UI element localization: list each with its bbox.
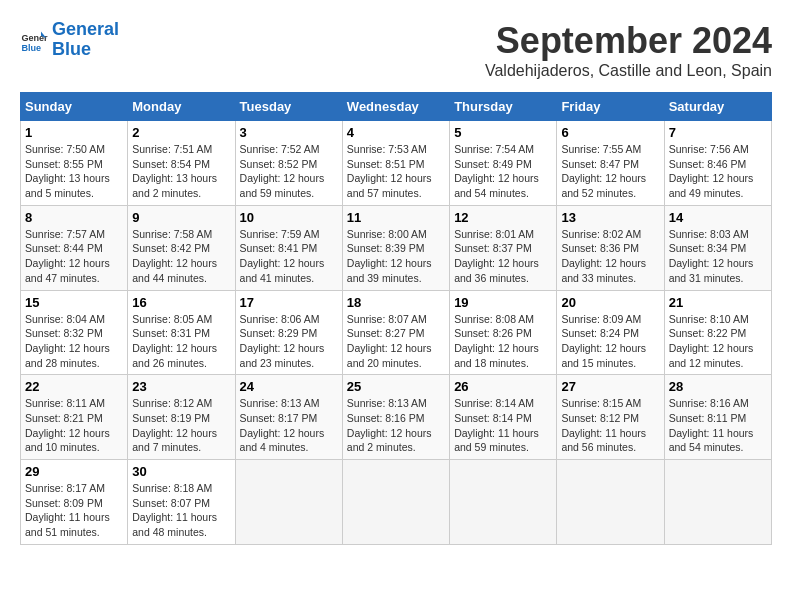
calendar-cell [235,460,342,545]
day-number: 20 [561,295,659,310]
col-tuesday: Tuesday [235,93,342,121]
calendar-cell: 24 Sunrise: 8:13 AMSunset: 8:17 PMDaylig… [235,375,342,460]
day-info: Sunrise: 8:07 AMSunset: 8:27 PMDaylight:… [347,312,445,371]
col-friday: Friday [557,93,664,121]
day-info: Sunrise: 8:15 AMSunset: 8:12 PMDaylight:… [561,396,659,455]
calendar-cell: 6 Sunrise: 7:55 AMSunset: 8:47 PMDayligh… [557,121,664,206]
day-number: 27 [561,379,659,394]
day-number: 9 [132,210,230,225]
logo: General Blue General Blue [20,20,119,60]
day-number: 17 [240,295,338,310]
day-number: 5 [454,125,552,140]
calendar-subtitle: Valdehijaderos, Castille and Leon, Spain [485,62,772,80]
header-row: Sunday Monday Tuesday Wednesday Thursday… [21,93,772,121]
day-number: 6 [561,125,659,140]
calendar-row-1: 1 Sunrise: 7:50 AMSunset: 8:55 PMDayligh… [21,121,772,206]
calendar-cell: 29 Sunrise: 8:17 AMSunset: 8:09 PMDaylig… [21,460,128,545]
calendar-cell: 12 Sunrise: 8:01 AMSunset: 8:37 PMDaylig… [450,205,557,290]
calendar-row-2: 8 Sunrise: 7:57 AMSunset: 8:44 PMDayligh… [21,205,772,290]
calendar-cell: 11 Sunrise: 8:00 AMSunset: 8:39 PMDaylig… [342,205,449,290]
day-number: 21 [669,295,767,310]
day-info: Sunrise: 7:57 AMSunset: 8:44 PMDaylight:… [25,227,123,286]
day-number: 26 [454,379,552,394]
calendar-cell: 8 Sunrise: 7:57 AMSunset: 8:44 PMDayligh… [21,205,128,290]
day-info: Sunrise: 8:01 AMSunset: 8:37 PMDaylight:… [454,227,552,286]
calendar-title: September 2024 [485,20,772,62]
calendar-cell [450,460,557,545]
calendar-cell [664,460,771,545]
col-saturday: Saturday [664,93,771,121]
logo-line1: General [52,19,119,39]
col-sunday: Sunday [21,93,128,121]
calendar-cell: 17 Sunrise: 8:06 AMSunset: 8:29 PMDaylig… [235,290,342,375]
day-info: Sunrise: 8:06 AMSunset: 8:29 PMDaylight:… [240,312,338,371]
day-info: Sunrise: 8:11 AMSunset: 8:21 PMDaylight:… [25,396,123,455]
day-info: Sunrise: 7:52 AMSunset: 8:52 PMDaylight:… [240,142,338,201]
day-number: 3 [240,125,338,140]
day-number: 18 [347,295,445,310]
calendar-table: Sunday Monday Tuesday Wednesday Thursday… [20,92,772,545]
day-info: Sunrise: 8:17 AMSunset: 8:09 PMDaylight:… [25,481,123,540]
day-info: Sunrise: 8:18 AMSunset: 8:07 PMDaylight:… [132,481,230,540]
calendar-cell: 10 Sunrise: 7:59 AMSunset: 8:41 PMDaylig… [235,205,342,290]
col-monday: Monday [128,93,235,121]
logo-icon: General Blue [20,26,48,54]
day-number: 15 [25,295,123,310]
calendar-cell: 15 Sunrise: 8:04 AMSunset: 8:32 PMDaylig… [21,290,128,375]
day-info: Sunrise: 8:12 AMSunset: 8:19 PMDaylight:… [132,396,230,455]
day-info: Sunrise: 8:14 AMSunset: 8:14 PMDaylight:… [454,396,552,455]
calendar-cell: 27 Sunrise: 8:15 AMSunset: 8:12 PMDaylig… [557,375,664,460]
day-number: 30 [132,464,230,479]
day-info: Sunrise: 8:13 AMSunset: 8:17 PMDaylight:… [240,396,338,455]
day-number: 22 [25,379,123,394]
logo-text: General Blue [52,20,119,60]
calendar-cell: 2 Sunrise: 7:51 AMSunset: 8:54 PMDayligh… [128,121,235,206]
day-info: Sunrise: 8:02 AMSunset: 8:36 PMDaylight:… [561,227,659,286]
day-number: 10 [240,210,338,225]
day-info: Sunrise: 8:03 AMSunset: 8:34 PMDaylight:… [669,227,767,286]
day-number: 13 [561,210,659,225]
day-info: Sunrise: 8:16 AMSunset: 8:11 PMDaylight:… [669,396,767,455]
day-number: 24 [240,379,338,394]
calendar-cell: 16 Sunrise: 8:05 AMSunset: 8:31 PMDaylig… [128,290,235,375]
svg-text:Blue: Blue [21,42,41,52]
day-info: Sunrise: 7:53 AMSunset: 8:51 PMDaylight:… [347,142,445,201]
logo-line2: Blue [52,39,91,59]
day-info: Sunrise: 8:08 AMSunset: 8:26 PMDaylight:… [454,312,552,371]
calendar-cell: 13 Sunrise: 8:02 AMSunset: 8:36 PMDaylig… [557,205,664,290]
day-info: Sunrise: 7:51 AMSunset: 8:54 PMDaylight:… [132,142,230,201]
calendar-cell: 25 Sunrise: 8:13 AMSunset: 8:16 PMDaylig… [342,375,449,460]
col-thursday: Thursday [450,93,557,121]
calendar-cell: 20 Sunrise: 8:09 AMSunset: 8:24 PMDaylig… [557,290,664,375]
day-number: 11 [347,210,445,225]
calendar-row-4: 22 Sunrise: 8:11 AMSunset: 8:21 PMDaylig… [21,375,772,460]
calendar-cell: 28 Sunrise: 8:16 AMSunset: 8:11 PMDaylig… [664,375,771,460]
day-info: Sunrise: 8:13 AMSunset: 8:16 PMDaylight:… [347,396,445,455]
calendar-cell: 1 Sunrise: 7:50 AMSunset: 8:55 PMDayligh… [21,121,128,206]
day-number: 25 [347,379,445,394]
col-wednesday: Wednesday [342,93,449,121]
calendar-cell [342,460,449,545]
title-section: September 2024 Valdehijaderos, Castille … [485,20,772,80]
day-number: 23 [132,379,230,394]
day-info: Sunrise: 8:00 AMSunset: 8:39 PMDaylight:… [347,227,445,286]
calendar-row-5: 29 Sunrise: 8:17 AMSunset: 8:09 PMDaylig… [21,460,772,545]
calendar-cell: 4 Sunrise: 7:53 AMSunset: 8:51 PMDayligh… [342,121,449,206]
day-info: Sunrise: 8:10 AMSunset: 8:22 PMDaylight:… [669,312,767,371]
day-number: 19 [454,295,552,310]
day-number: 28 [669,379,767,394]
day-number: 12 [454,210,552,225]
day-number: 2 [132,125,230,140]
calendar-cell: 9 Sunrise: 7:58 AMSunset: 8:42 PMDayligh… [128,205,235,290]
calendar-row-3: 15 Sunrise: 8:04 AMSunset: 8:32 PMDaylig… [21,290,772,375]
day-number: 1 [25,125,123,140]
calendar-cell: 5 Sunrise: 7:54 AMSunset: 8:49 PMDayligh… [450,121,557,206]
calendar-cell: 21 Sunrise: 8:10 AMSunset: 8:22 PMDaylig… [664,290,771,375]
day-number: 4 [347,125,445,140]
calendar-cell: 7 Sunrise: 7:56 AMSunset: 8:46 PMDayligh… [664,121,771,206]
day-info: Sunrise: 8:09 AMSunset: 8:24 PMDaylight:… [561,312,659,371]
day-info: Sunrise: 7:50 AMSunset: 8:55 PMDaylight:… [25,142,123,201]
day-info: Sunrise: 7:55 AMSunset: 8:47 PMDaylight:… [561,142,659,201]
day-info: Sunrise: 7:58 AMSunset: 8:42 PMDaylight:… [132,227,230,286]
calendar-cell: 30 Sunrise: 8:18 AMSunset: 8:07 PMDaylig… [128,460,235,545]
